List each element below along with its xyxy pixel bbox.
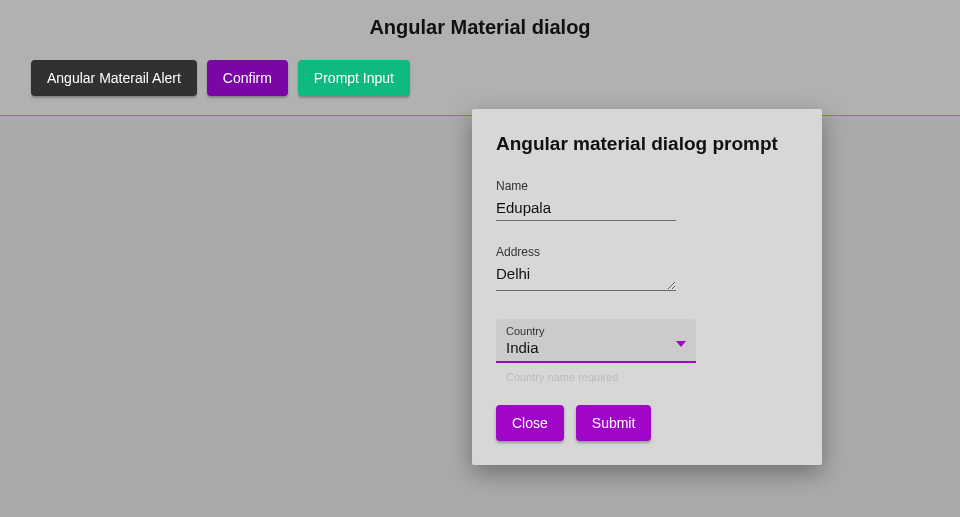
name-field: Name (496, 179, 798, 221)
button-row: Angular Materail Alert Confirm Prompt In… (31, 60, 410, 96)
country-value: India (506, 339, 539, 356)
dialog-actions: Close Submit (496, 405, 798, 441)
country-label: Country (506, 325, 686, 337)
address-input[interactable] (496, 263, 676, 291)
dialog-title: Angular material dialog prompt (496, 133, 798, 155)
address-field: Address (496, 245, 798, 295)
prompt-dialog: Angular material dialog prompt Name Addr… (472, 109, 822, 465)
chevron-down-icon (676, 341, 686, 347)
close-button[interactable]: Close (496, 405, 564, 441)
name-input[interactable] (496, 197, 676, 221)
address-label: Address (496, 245, 798, 259)
country-select[interactable]: Country India (496, 319, 696, 363)
confirm-button[interactable]: Confirm (207, 60, 288, 96)
top-panel: Angular Material dialog Angular Materail… (0, 0, 960, 116)
country-hint: Country name required (506, 371, 798, 383)
page-title: Angular Material dialog (0, 16, 960, 39)
country-field: Country India Country name required (496, 319, 798, 383)
name-label: Name (496, 179, 798, 193)
alert-button[interactable]: Angular Materail Alert (31, 60, 197, 96)
submit-button[interactable]: Submit (576, 405, 652, 441)
prompt-input-button[interactable]: Prompt Input (298, 60, 410, 96)
